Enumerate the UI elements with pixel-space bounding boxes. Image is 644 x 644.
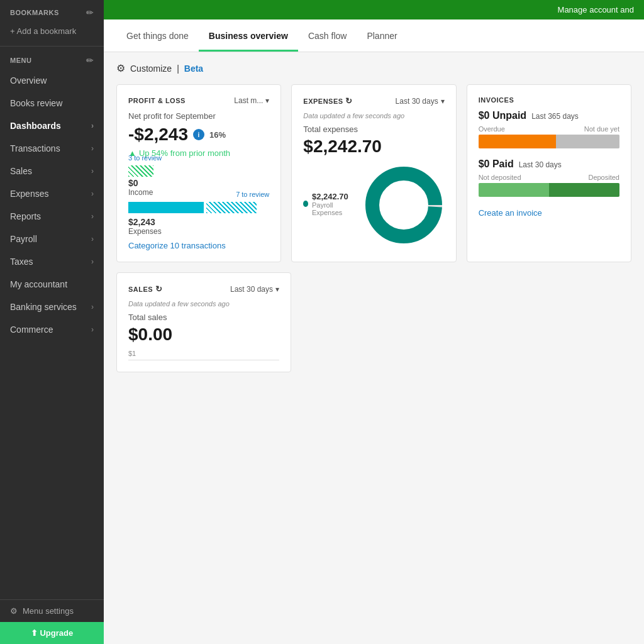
customize-beta[interactable]: Beta <box>184 64 203 74</box>
income-review-label[interactable]: 3 to review <box>128 154 162 162</box>
tab-cash-flow[interactable]: Cash flow <box>298 19 357 52</box>
sidebar-item-my-accountant[interactable]: My accountant <box>0 273 104 296</box>
refresh-icon[interactable]: ↻ <box>345 96 353 106</box>
expenses-period: Last 30 days ▾ <box>396 97 445 106</box>
cards-row-1: PROFIT & LOSS Last m... ▾ Net profit for… <box>116 84 631 262</box>
sidebar-item-books-review[interactable]: Books review <box>0 92 104 114</box>
expenses-value: $2,243 <box>128 217 155 227</box>
legend-amount: $2,242.70 <box>312 192 353 201</box>
invoices-header: INVOICES <box>479 96 619 104</box>
menu-edit-icon[interactable]: ✏ <box>86 55 94 65</box>
sidebar-item-label: Taxes <box>10 257 33 267</box>
income-bar <box>128 165 153 177</box>
sales-refresh-icon[interactable]: ↻ <box>155 284 163 294</box>
invoices-paid-period: Last 30 days <box>519 160 562 169</box>
sales-subtitle: Total sales <box>128 313 279 322</box>
chevron-icon: › <box>91 257 94 266</box>
invoices-paid-bar-labels: Not deposited Deposited <box>479 174 619 181</box>
invoices-card: INVOICES $0 Unpaid Last 365 days Overdue… <box>467 84 631 262</box>
not-due-bar <box>556 135 619 148</box>
sidebar-item-label: Transactions <box>10 143 60 153</box>
add-bookmark-button[interactable]: + Add a bookmark <box>0 23 104 43</box>
tab-bar: Get things done Business overview Cash f… <box>104 19 644 52</box>
sidebar-item-transactions[interactable]: Transactions › <box>0 137 104 160</box>
sidebar-item-overview[interactable]: Overview <box>0 69 104 92</box>
sidebar-divider <box>0 46 104 47</box>
expenses-legend: $2,242.70 Payroll Expenses <box>303 192 352 219</box>
overdue-label: Overdue <box>479 125 505 133</box>
sidebar-item-expenses[interactable]: Expenses › <box>0 182 104 205</box>
sales-dropdown[interactable]: ▾ <box>275 285 279 294</box>
expenses-label: Expenses <box>128 227 269 236</box>
expenses-review-label[interactable]: 7 to review <box>236 191 269 198</box>
sidebar-item-label: Overview <box>10 75 47 86</box>
tab-get-things-done[interactable]: Get things done <box>116 19 199 52</box>
invoices-paid-bar <box>479 183 619 197</box>
deposited-label: Deposited <box>588 174 619 181</box>
not-deposited-label: Not deposited <box>479 174 521 181</box>
expenses-pl-row: 7 to review $2,243 Expenses <box>128 202 269 236</box>
profit-loss-pct: 16% <box>209 130 226 140</box>
sidebar-item-commerce[interactable]: Commerce › <box>0 318 104 341</box>
expenses-value: $2,242.70 <box>303 136 444 157</box>
sidebar-item-reports[interactable]: Reports › <box>0 205 104 228</box>
create-invoice-link[interactable]: Create an invoice <box>479 208 542 218</box>
invoices-unpaid-bar <box>479 135 619 148</box>
chevron-icon: › <box>91 303 94 311</box>
cards-row-2: SALES ↻ Last 30 days ▾ Data updated a fe… <box>116 272 631 372</box>
profit-loss-title: PROFIT & LOSS <box>128 97 186 104</box>
expenses-updated: Data updated a few seconds ago <box>303 112 444 119</box>
categorize-link[interactable]: Categorize 10 transactions <box>128 241 269 250</box>
bookmarks-title: BOOKMARKS <box>10 9 59 16</box>
invoices-unpaid-section: $0 Unpaid Last 365 days Overdue Not due … <box>479 110 619 148</box>
invoices-unpaid-row: $0 Unpaid Last 365 days <box>479 110 619 121</box>
invoices-unpaid-amount: $0 Unpaid <box>479 110 526 121</box>
invoices-paid-row: $0 Paid Last 30 days <box>479 158 619 170</box>
expenses-legend-item: $2,242.70 Payroll Expenses <box>303 192 352 216</box>
chevron-icon: › <box>91 144 94 153</box>
sidebar-item-payroll[interactable]: Payroll › <box>0 228 104 250</box>
tab-business-overview[interactable]: Business overview <box>199 19 298 52</box>
profit-loss-value: -$2,243 i 16% <box>128 125 269 145</box>
expenses-header: EXPENSES ↻ Last 30 days ▾ <box>303 96 444 106</box>
sales-header: SALES ↻ Last 30 days ▾ <box>128 284 279 294</box>
invoices-unpaid-period: Last 365 days <box>531 112 579 121</box>
sidebar-item-label: Sales <box>10 166 32 176</box>
sidebar-item-label: Expenses <box>10 189 48 199</box>
upgrade-button[interactable]: ⬆ Upgrade <box>0 622 104 644</box>
not-due-label: Not due yet <box>584 125 619 133</box>
sidebar-item-dashboards[interactable]: Dashboards › <box>0 114 104 137</box>
topbar-text: Manage account and <box>558 5 634 14</box>
profit-loss-dropdown[interactable]: ▾ <box>265 96 269 105</box>
chevron-icon: › <box>91 235 94 243</box>
deposited-bar <box>549 183 619 197</box>
expenses-dropdown[interactable]: ▾ <box>441 97 445 106</box>
expenses-bar-solid <box>128 202 204 213</box>
sidebar-item-taxes[interactable]: Taxes › <box>0 250 104 273</box>
sales-card: SALES ↻ Last 30 days ▾ Data updated a fe… <box>116 272 291 372</box>
sidebar-item-banking-services[interactable]: Banking services › <box>0 296 104 318</box>
not-deposited-bar <box>479 183 549 197</box>
menu-settings-button[interactable]: ⚙ Menu settings <box>0 600 104 622</box>
donut-svg <box>363 164 445 246</box>
main-content: Manage account and Get things done Busin… <box>104 0 644 644</box>
sidebar-item-label: Banking services <box>10 302 77 312</box>
invoices-paid-amount: $0 Paid <box>479 158 514 170</box>
topbar: Manage account and <box>104 0 644 19</box>
legend-label: Payroll Expenses <box>312 201 353 216</box>
sidebar: BOOKMARKS ✏ + Add a bookmark MENU ✏ Over… <box>0 0 104 644</box>
chevron-icon: › <box>91 212 94 221</box>
customize-icon: ⚙ <box>116 62 125 74</box>
svg-point-0 <box>372 174 435 236</box>
menu-title: MENU <box>10 57 31 64</box>
donut-chart <box>363 164 445 246</box>
sales-value: $0.00 <box>128 325 279 345</box>
info-badge[interactable]: i <box>193 129 204 140</box>
sidebar-item-label: Payroll <box>10 234 37 244</box>
expenses-bar-hatched <box>206 202 257 213</box>
customize-label[interactable]: Customize <box>130 64 172 74</box>
edit-icon[interactable]: ✏ <box>86 8 94 18</box>
expenses-bar-container: 7 to review <box>128 202 269 216</box>
sidebar-item-sales[interactable]: Sales › <box>0 160 104 182</box>
tab-planner[interactable]: Planner <box>357 19 407 52</box>
